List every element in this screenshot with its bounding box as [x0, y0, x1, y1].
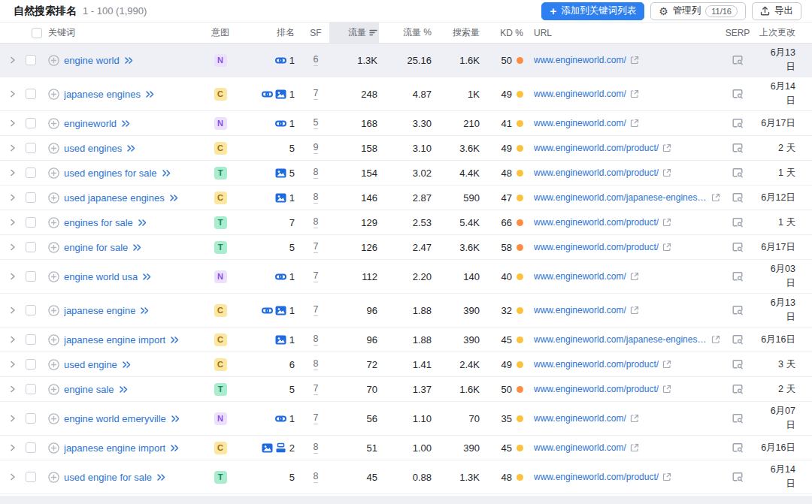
keyword-link[interactable]: used engines for sale: [64, 167, 157, 179]
sf-value[interactable]: 8: [314, 216, 319, 229]
serp-preview-button[interactable]: [720, 334, 755, 346]
sf-value[interactable]: 5: [314, 117, 319, 130]
keyword-link[interactable]: used engines: [64, 143, 122, 154]
row-checkbox[interactable]: [26, 242, 36, 252]
serp-preview-button[interactable]: [720, 271, 755, 282]
sf-value[interactable]: 8: [314, 442, 319, 454]
add-keyword-icon[interactable]: [48, 359, 59, 370]
double-chevron-icon[interactable]: [119, 385, 129, 394]
url-link[interactable]: www.engineworld.com/: [534, 89, 626, 99]
row-checkbox[interactable]: [26, 55, 36, 65]
serp-preview-button[interactable]: [720, 384, 755, 395]
external-link-icon[interactable]: [630, 89, 639, 98]
serp-preview-button[interactable]: [720, 118, 755, 129]
external-link-icon[interactable]: [630, 414, 639, 423]
serp-preview-button[interactable]: [720, 192, 755, 204]
add-keyword-icon[interactable]: [48, 89, 59, 100]
add-keyword-icon[interactable]: [48, 271, 59, 282]
external-link-icon[interactable]: [630, 272, 639, 281]
add-keyword-icon[interactable]: [48, 305, 59, 316]
add-keyword-icon[interactable]: [48, 242, 59, 253]
add-keyword-icon[interactable]: [48, 384, 59, 395]
keyword-link[interactable]: engine world usa: [64, 271, 138, 282]
url-link[interactable]: www.engineworld.com/product/: [534, 384, 659, 394]
add-keyword-icon[interactable]: [48, 334, 59, 346]
keyword-link[interactable]: japanese engine import: [64, 334, 165, 346]
manage-columns-button[interactable]: ⚙ 管理列 11/16: [650, 2, 746, 20]
keyword-link[interactable]: engine world: [64, 55, 120, 66]
keyword-link[interactable]: engines for sale: [64, 217, 133, 228]
row-checkbox[interactable]: [26, 143, 36, 153]
row-checkbox[interactable]: [26, 217, 36, 228]
url-link[interactable]: www.engineworld.com/: [534, 442, 626, 453]
row-checkbox[interactable]: [26, 334, 36, 345]
external-link-icon[interactable]: [662, 385, 671, 394]
expand-chevron-icon[interactable]: [9, 56, 17, 64]
serp-preview-button[interactable]: [720, 305, 755, 316]
add-keyword-icon[interactable]: [48, 442, 59, 454]
row-checkbox[interactable]: [26, 89, 36, 99]
add-keyword-icon[interactable]: [48, 472, 59, 483]
keyword-link[interactable]: engineworld: [64, 118, 117, 129]
column-header-traffic[interactable]: 流量: [329, 23, 379, 43]
column-header-kd[interactable]: KD %: [481, 23, 523, 43]
expand-chevron-icon[interactable]: [9, 144, 17, 152]
expand-chevron-icon[interactable]: [9, 361, 17, 368]
expand-chevron-icon[interactable]: [9, 385, 17, 393]
expand-chevron-icon[interactable]: [9, 415, 17, 422]
external-link-icon[interactable]: [711, 193, 720, 202]
external-link-icon[interactable]: [662, 472, 671, 481]
column-header-keyword[interactable]: 关键词: [48, 23, 198, 43]
expand-chevron-icon[interactable]: [9, 444, 17, 451]
double-chevron-icon[interactable]: [162, 169, 171, 177]
keyword-link[interactable]: used engine: [64, 359, 117, 370]
add-keyword-icon[interactable]: [48, 118, 59, 129]
sf-value[interactable]: 8: [314, 358, 319, 371]
row-checkbox[interactable]: [26, 413, 36, 424]
double-chevron-icon[interactable]: [156, 473, 166, 481]
external-link-icon[interactable]: [662, 243, 671, 252]
serp-preview-button[interactable]: [720, 55, 755, 66]
export-button[interactable]: 导出: [752, 2, 801, 20]
url-link[interactable]: www.engineworld.com/japanese-engines-for…: [534, 192, 707, 203]
serp-preview-button[interactable]: [720, 143, 755, 154]
double-chevron-icon[interactable]: [121, 119, 131, 128]
expand-chevron-icon[interactable]: [9, 273, 17, 280]
external-link-icon[interactable]: [630, 56, 639, 65]
sf-value[interactable]: 8: [314, 192, 319, 204]
sf-value[interactable]: 7: [314, 88, 319, 101]
expand-chevron-icon[interactable]: [9, 243, 17, 251]
serp-preview-button[interactable]: [720, 167, 755, 179]
column-header-traffic-pct[interactable]: 流量 %: [379, 23, 433, 43]
url-link[interactable]: www.engineworld.com/: [534, 271, 626, 282]
row-checkbox[interactable]: [26, 271, 36, 282]
url-link[interactable]: www.engineworld.com/product/: [534, 242, 659, 252]
sf-value[interactable]: 8: [314, 471, 319, 484]
expand-chevron-icon[interactable]: [9, 336, 17, 343]
keyword-link[interactable]: engine sale: [64, 384, 114, 395]
double-chevron-icon[interactable]: [132, 243, 142, 252]
keyword-link[interactable]: engine world emeryville: [64, 413, 166, 424]
url-link[interactable]: www.engineworld.com/product/: [534, 167, 659, 178]
row-checkbox[interactable]: [26, 384, 36, 394]
sf-value[interactable]: 7: [314, 270, 319, 283]
column-header-last-change[interactable]: 上次更改: [755, 23, 795, 43]
keyword-link[interactable]: engine for sale: [64, 242, 128, 253]
sf-value[interactable]: 7: [314, 383, 319, 396]
row-checkbox[interactable]: [26, 442, 36, 453]
serp-preview-button[interactable]: [720, 413, 755, 424]
select-all-checkbox[interactable]: [32, 28, 42, 38]
expand-chevron-icon[interactable]: [9, 306, 17, 314]
sf-value[interactable]: 7: [314, 304, 319, 317]
double-chevron-icon[interactable]: [142, 273, 152, 281]
url-link[interactable]: www.engineworld.com/product/: [534, 472, 659, 482]
expand-chevron-icon[interactable]: [9, 90, 17, 98]
row-checkbox[interactable]: [26, 472, 36, 482]
double-chevron-icon[interactable]: [171, 415, 180, 423]
double-chevron-icon[interactable]: [126, 144, 136, 152]
serp-preview-button[interactable]: [720, 89, 755, 100]
row-checkbox[interactable]: [26, 305, 36, 315]
add-to-keyword-list-button[interactable]: + 添加到关键词列表: [541, 2, 644, 20]
add-keyword-icon[interactable]: [48, 192, 59, 204]
url-link[interactable]: www.engineworld.com/: [534, 55, 626, 65]
